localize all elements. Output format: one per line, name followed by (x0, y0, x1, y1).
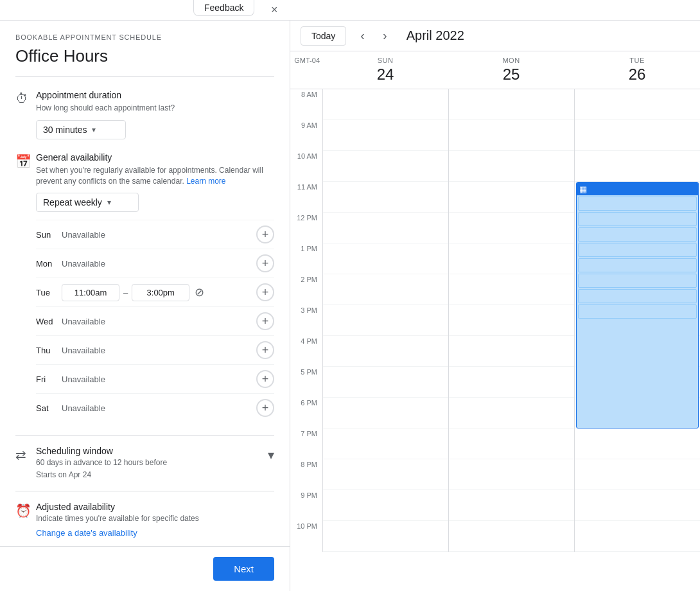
add-time-tue[interactable]: + (256, 283, 274, 301)
change-date-availability-link[interactable]: Change a date's availability (36, 528, 137, 538)
feedback-button[interactable]: Feedback (193, 0, 254, 16)
day-status-fri: Unavailable (62, 375, 256, 384)
add-time-fri[interactable]: + (256, 370, 274, 388)
day-cell[interactable] (449, 459, 574, 490)
scheduling-window-header[interactable]: ⇄ Scheduling window 60 days in advance t… (15, 446, 274, 481)
day-cell[interactable] (449, 243, 574, 274)
left-panel: BOOKABLE APPOINTMENT SCHEDULE Office Hou… (0, 21, 290, 591)
day-row-sun: Sun Unavailable + (36, 220, 274, 249)
appt-slot (578, 227, 697, 242)
day-cell[interactable] (323, 521, 448, 552)
learn-more-link[interactable]: Learn more (186, 177, 225, 186)
day-cell[interactable] (449, 336, 574, 367)
day-cell[interactable] (575, 89, 700, 120)
close-button[interactable]: × (271, 4, 278, 15)
day-cell[interactable] (323, 243, 448, 274)
next-nav-button[interactable]: › (379, 26, 391, 46)
day-status-sat: Unavailable (62, 403, 256, 413)
add-time-wed[interactable]: + (256, 312, 274, 330)
day-cell[interactable] (323, 398, 448, 428)
time-slot-10pm: 10 PM (290, 521, 322, 552)
left-content: BOOKABLE APPOINTMENT SCHEDULE Office Hou… (0, 21, 290, 546)
day-cell[interactable] (575, 120, 700, 151)
day-cell[interactable] (449, 151, 574, 182)
day-status-thu: Unavailable (62, 346, 256, 355)
cal-day-num-tue: 26 (574, 66, 700, 84)
day-cell[interactable] (323, 490, 448, 521)
day-cell[interactable] (323, 274, 448, 305)
cal-day-num-sun: 24 (322, 66, 448, 84)
time-slot-9pm: 9 PM (290, 490, 322, 521)
day-cell[interactable] (323, 213, 448, 243)
day-cell[interactable] (575, 521, 700, 552)
tue-end-time[interactable] (132, 284, 189, 301)
cal-day-name-mon: MON (448, 57, 574, 64)
time-dash: – (123, 288, 128, 297)
day-cell[interactable] (575, 428, 700, 459)
prev-nav-button[interactable]: ‹ (356, 26, 369, 46)
duration-select[interactable]: 30 minutes ▾ (36, 120, 126, 139)
day-label-fri: Fri (36, 375, 62, 384)
tue-clear-button[interactable]: ⊘ (193, 284, 206, 301)
day-cell[interactable] (323, 459, 448, 490)
next-button[interactable]: Next (213, 557, 274, 581)
time-slot-10am: 10 AM (290, 151, 322, 182)
schedule-title: Office Hours (15, 46, 274, 77)
day-cell[interactable] (449, 120, 574, 151)
day-cell[interactable] (449, 521, 574, 552)
appt-slot (578, 304, 697, 319)
scheduling-window-desc: 60 days in advance to 12 hours before (36, 457, 268, 468)
appointment-slots (577, 195, 698, 319)
clock-adjust-icon: ⏰ (15, 503, 36, 518)
day-label-wed: Wed (36, 317, 62, 326)
day-cell[interactable] (449, 428, 574, 459)
day-time-range-tue: – ⊘ (62, 284, 256, 301)
day-cell[interactable] (449, 213, 574, 243)
day-cell[interactable] (449, 398, 574, 428)
main-layout: BOOKABLE APPOINTMENT SCHEDULE Office Hou… (0, 21, 700, 591)
scheduling-window-title: Scheduling window (36, 446, 268, 456)
day-row-tue: Tue – ⊘ + (36, 278, 274, 306)
adjusted-availability-desc: Indicate times you're available for spec… (36, 513, 274, 524)
day-cell[interactable] (449, 274, 574, 305)
calendar-title: April 2022 (407, 28, 464, 43)
adjusted-availability-header: ⏰ Adjusted availability Indicate times y… (15, 502, 274, 538)
day-row-mon: Mon Unavailable + (36, 249, 274, 278)
day-cell[interactable] (323, 367, 448, 398)
day-cell[interactable] (449, 490, 574, 521)
day-cell[interactable] (323, 182, 448, 213)
add-time-thu[interactable]: + (256, 341, 274, 359)
day-cell[interactable] (575, 459, 700, 490)
calendar-body[interactable]: 8 AM9 AM10 AM11 AM12 PM1 PM2 PM3 PM4 PM5… (290, 89, 700, 591)
day-cell[interactable] (575, 151, 700, 182)
day-cell[interactable] (449, 367, 574, 398)
day-row-sat: Sat Unavailable + (36, 393, 274, 422)
add-time-sun[interactable]: + (256, 225, 274, 243)
repeat-select[interactable]: Repeat weekly ▾ (36, 193, 139, 212)
appointment-duration-section: ⏱ Appointment duration How long should e… (15, 90, 274, 139)
day-cell[interactable] (323, 89, 448, 120)
general-availability-title: General availability (36, 152, 274, 163)
time-slot-6pm: 6 PM (290, 398, 322, 428)
add-time-sat[interactable]: + (256, 399, 274, 417)
add-time-mon[interactable]: + (256, 254, 274, 272)
general-availability-section: 📅 General availability Set when you're r… (15, 152, 274, 423)
tue-start-time[interactable] (62, 284, 119, 301)
scheduling-window-arrow: ▾ (268, 447, 274, 463)
day-cell[interactable] (323, 305, 448, 336)
day-cell[interactable] (449, 182, 574, 213)
day-label-tue: Tue (36, 288, 62, 297)
appointment-duration-desc: How long should each appointment last? (36, 103, 274, 114)
time-slot-8am: 8 AM (290, 89, 322, 120)
day-cell[interactable] (323, 336, 448, 367)
day-cell[interactable] (323, 428, 448, 459)
today-button[interactable]: Today (301, 26, 346, 46)
day-cell[interactable] (323, 151, 448, 182)
days-table: Sun Unavailable + Mon Unavailable + Tu (36, 220, 274, 422)
day-cell[interactable] (449, 89, 574, 120)
time-slot-9am: 9 AM (290, 120, 322, 151)
day-cell[interactable] (449, 305, 574, 336)
day-col-sun (322, 89, 448, 552)
day-cell[interactable] (323, 120, 448, 151)
day-cell[interactable] (575, 490, 700, 521)
